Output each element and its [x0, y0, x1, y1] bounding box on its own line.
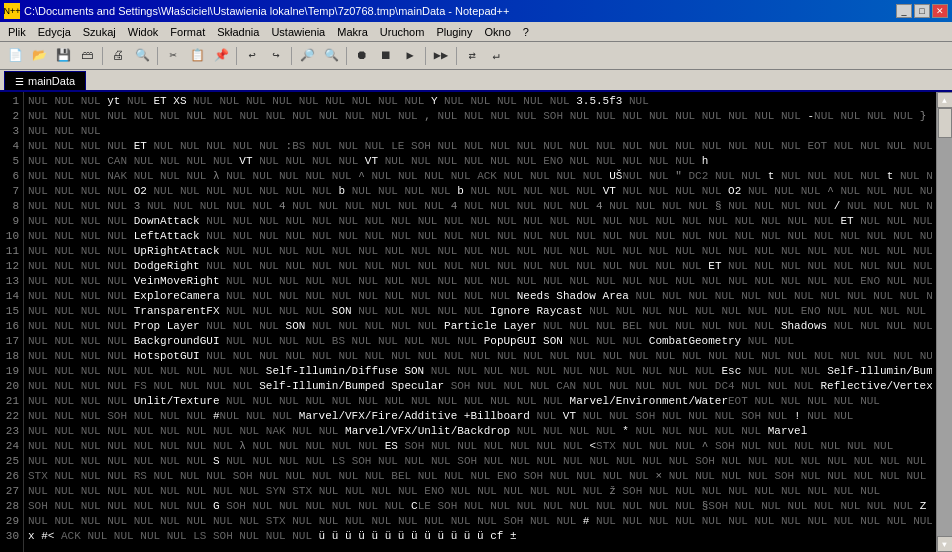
tab-label: mainData	[28, 75, 75, 87]
code-line-13: NUL NUL NUL NUL VeinMoveRight NUL NUL NU…	[28, 274, 932, 289]
line-number-27: 27	[4, 484, 19, 499]
undo-button[interactable]: ↩	[241, 45, 263, 67]
code-line-4: NUL NUL NUL NUL ET NUL NUL NUL NUL NUL :…	[28, 139, 932, 154]
code-line-26: STX NUL NUL NUL RS NUL NUL NUL SOH NUL N…	[28, 469, 932, 484]
run-button[interactable]: ▶▶	[430, 45, 452, 67]
menu-skladnia[interactable]: Składnia	[211, 24, 265, 40]
open-button[interactable]: 📂	[28, 45, 50, 67]
save-button[interactable]: 💾	[52, 45, 74, 67]
line-number-26: 26	[4, 469, 19, 484]
scroll-thumb[interactable]	[938, 108, 952, 138]
scroll-track[interactable]	[937, 108, 952, 536]
line-number-29: 29	[4, 514, 19, 529]
maximize-button[interactable]: □	[914, 4, 930, 18]
close-button[interactable]: ✕	[932, 4, 948, 18]
line-number-30: 30	[4, 529, 19, 544]
toolbar-sep7	[456, 47, 457, 65]
line-number-10: 10	[4, 229, 19, 244]
menu-makra[interactable]: Makra	[331, 24, 374, 40]
code-line-12: NUL NUL NUL NUL DodgeRight NUL NUL NUL N…	[28, 259, 932, 274]
line-number-22: 22	[4, 409, 19, 424]
code-line-19: NUL NUL NUL NUL NUL NUL NUL NUL NUL Self…	[28, 364, 932, 379]
code-line-23: NUL NUL NUL NUL NUL NUL NUL NUL NUL NAK …	[28, 424, 932, 439]
code-line-15: NUL NUL NUL NUL TransparentFX NUL NUL NU…	[28, 304, 932, 319]
line-numbers: 1234567891011121314151617181920212223242…	[0, 92, 24, 552]
line-number-6: 6	[4, 169, 19, 184]
code-line-9: NUL NUL NUL NUL DownAttack NUL NUL NUL N…	[28, 214, 932, 229]
zoom-out-button[interactable]: 🔍	[320, 45, 342, 67]
menu-uruchom[interactable]: Uruchom	[374, 24, 431, 40]
toolbar-sep6	[425, 47, 426, 65]
new-button[interactable]: 📄	[4, 45, 26, 67]
code-line-16: NUL NUL NUL NUL Prop Layer NUL NUL NUL S…	[28, 319, 932, 334]
code-line-30: x #< ACK NUL NUL NUL NUL LS SOH NUL NUL …	[28, 529, 932, 544]
code-content[interactable]: NUL NUL NUL yt NUL ET XS NUL NUL NUL NUL…	[24, 92, 936, 552]
save-all-button[interactable]: 🗃	[76, 45, 98, 67]
print-button[interactable]: 🖨	[107, 45, 129, 67]
menu-plik[interactable]: Plik	[2, 24, 32, 40]
line-number-16: 16	[4, 319, 19, 334]
window-title: C:\Documents and Settings\Właściciel\Ust…	[24, 5, 509, 17]
line-number-11: 11	[4, 244, 19, 259]
line-number-28: 28	[4, 499, 19, 514]
line-number-15: 15	[4, 304, 19, 319]
line-number-1: 1	[4, 94, 19, 109]
redo-button[interactable]: ↪	[265, 45, 287, 67]
code-line-7: NUL NUL NUL NUL O2 NUL NUL NUL NUL NUL N…	[28, 184, 932, 199]
menu-pluginy[interactable]: Pluginy	[430, 24, 478, 40]
line-number-12: 12	[4, 259, 19, 274]
menu-format[interactable]: Format	[164, 24, 211, 40]
line-number-25: 25	[4, 454, 19, 469]
code-line-21: NUL NUL NUL NUL Unlit/Texture NUL NUL NU…	[28, 394, 932, 409]
scroll-down-button[interactable]: ▼	[937, 536, 953, 552]
minimize-button[interactable]: _	[896, 4, 912, 18]
macro-stop[interactable]: ⏹	[375, 45, 397, 67]
toolbar-sep2	[157, 47, 158, 65]
code-line-22: NUL NUL NUL SOH NUL NUL NUL #NUL NUL NUL…	[28, 409, 932, 424]
menu-widok[interactable]: Widok	[122, 24, 165, 40]
line-number-21: 21	[4, 394, 19, 409]
line-number-8: 8	[4, 199, 19, 214]
menu-edycja[interactable]: Edycja	[32, 24, 77, 40]
code-line-18: NUL NUL NUL NUL HotspotGUI NUL NUL NUL N…	[28, 349, 932, 364]
window-controls: _ □ ✕	[896, 4, 948, 18]
code-line-28: SOH NUL NUL NUL NUL NUL NUL G SOH NUL NU…	[28, 499, 932, 514]
title-bar-left: N++ C:\Documents and Settings\Właściciel…	[4, 3, 509, 19]
wrap-button[interactable]: ↵	[485, 45, 507, 67]
line-number-4: 4	[4, 139, 19, 154]
copy-button[interactable]: 📋	[186, 45, 208, 67]
menu-bar: Plik Edycja Szukaj Widok Format Składnia…	[0, 22, 952, 42]
zoom-in-button[interactable]: 🔎	[296, 45, 318, 67]
code-line-1: NUL NUL NUL yt NUL ET XS NUL NUL NUL NUL…	[28, 94, 932, 109]
line-number-5: 5	[4, 154, 19, 169]
title-bar: N++ C:\Documents and Settings\Właściciel…	[0, 0, 952, 22]
code-line-20: NUL NUL NUL NUL FS NUL NUL NUL NUL Self-…	[28, 379, 932, 394]
code-line-5: NUL NUL NUL CAN NUL NUL NUL NUL VT NUL N…	[28, 154, 932, 169]
menu-ustawienia[interactable]: Ustawienia	[265, 24, 331, 40]
code-line-3: NUL NUL NUL	[28, 124, 932, 139]
line-number-3: 3	[4, 124, 19, 139]
macro-record[interactable]: ⏺	[351, 45, 373, 67]
code-line-24: NUL NUL NUL NUL NUL NUL NUL NUL λ NUL NU…	[28, 439, 932, 454]
scroll-up-button[interactable]: ▲	[937, 92, 953, 108]
macro-play[interactable]: ▶	[399, 45, 421, 67]
toolbar-sep4	[291, 47, 292, 65]
menu-szukaj[interactable]: Szukaj	[77, 24, 122, 40]
code-line-8: NUL NUL NUL NUL 3 NUL NUL NUL NUL NUL 4 …	[28, 199, 932, 214]
line-number-17: 17	[4, 334, 19, 349]
code-line-27: NUL NUL NUL NUL NUL NUL NUL NUL NUL SYN …	[28, 484, 932, 499]
paste-button[interactable]: 📌	[210, 45, 232, 67]
tab-maindata[interactable]: ☰ mainData	[4, 71, 86, 90]
menu-help[interactable]: ?	[517, 24, 535, 40]
line-number-24: 24	[4, 439, 19, 454]
find-button[interactable]: 🔍	[131, 45, 153, 67]
code-line-17: NUL NUL NUL NUL BackgroundGUI NUL NUL NU…	[28, 334, 932, 349]
code-line-29: NUL NUL NUL NUL NUL NUL NUL NUL NUL STX …	[28, 514, 932, 529]
scrollbar-vertical[interactable]: ▲ ▼	[936, 92, 952, 552]
toolbar-sep3	[236, 47, 237, 65]
sync-button[interactable]: ⇄	[461, 45, 483, 67]
code-line-2: NUL NUL NUL NUL NUL NUL NUL NUL NUL NUL …	[28, 109, 932, 124]
menu-okno[interactable]: Okno	[478, 24, 516, 40]
cut-button[interactable]: ✂	[162, 45, 184, 67]
line-number-18: 18	[4, 349, 19, 364]
